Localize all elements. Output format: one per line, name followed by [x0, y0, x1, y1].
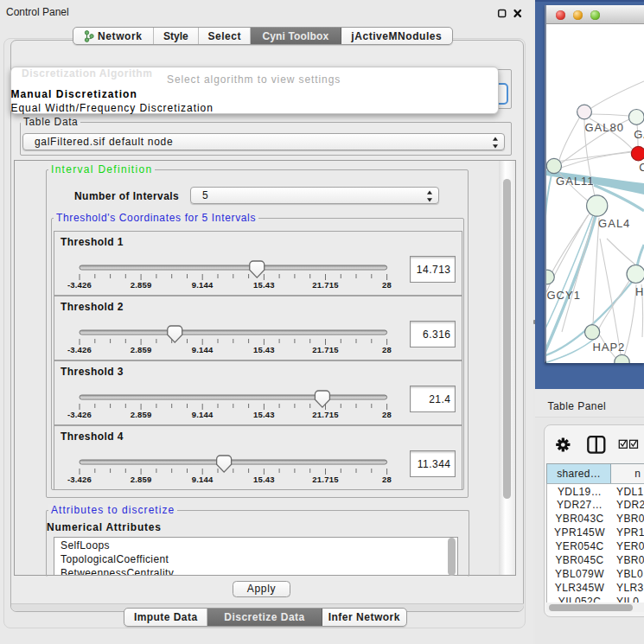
svg-text:9.144: 9.144 — [192, 280, 214, 290]
svg-text:9.144: 9.144 — [192, 475, 214, 484]
svg-text:9.144: 9.144 — [192, 345, 214, 354]
svg-text:28: 28 — [382, 280, 392, 290]
svg-text:GCY1: GCY1 — [547, 288, 581, 301]
svg-text:15.43: 15.43 — [253, 345, 275, 354]
svg-text:GAL11: GAL11 — [556, 174, 595, 187]
svg-text:-3.426: -3.426 — [67, 280, 92, 290]
svg-text:H: H — [635, 284, 644, 297]
svg-text:15.43: 15.43 — [253, 280, 275, 290]
svg-text:2.859: 2.859 — [131, 410, 152, 419]
svg-text:C: C — [639, 160, 644, 173]
svg-text:GAL80: GAL80 — [584, 120, 623, 133]
svg-text:15.43: 15.43 — [253, 475, 275, 484]
svg-text:2.859: 2.859 — [131, 345, 152, 354]
svg-text:-3.426: -3.426 — [67, 345, 92, 354]
svg-text:21.715: 21.715 — [312, 280, 339, 290]
svg-text:HAP2: HAP2 — [592, 341, 625, 354]
svg-text:28: 28 — [382, 475, 392, 484]
svg-text:9.144: 9.144 — [192, 410, 214, 419]
svg-text:21.715: 21.715 — [312, 345, 339, 354]
svg-text:21.715: 21.715 — [312, 410, 339, 419]
svg-text:-3.426: -3.426 — [67, 410, 92, 419]
svg-text:2.859: 2.859 — [131, 475, 152, 484]
svg-text:21.715: 21.715 — [312, 475, 339, 484]
svg-text:-3.426: -3.426 — [67, 475, 92, 484]
svg-text:GA: GA — [634, 128, 644, 141]
svg-text:28: 28 — [382, 410, 392, 419]
svg-text:15.43: 15.43 — [253, 410, 275, 419]
svg-text:GAL4: GAL4 — [598, 216, 630, 229]
svg-text:2.859: 2.859 — [131, 280, 152, 290]
svg-text:28: 28 — [382, 345, 392, 354]
